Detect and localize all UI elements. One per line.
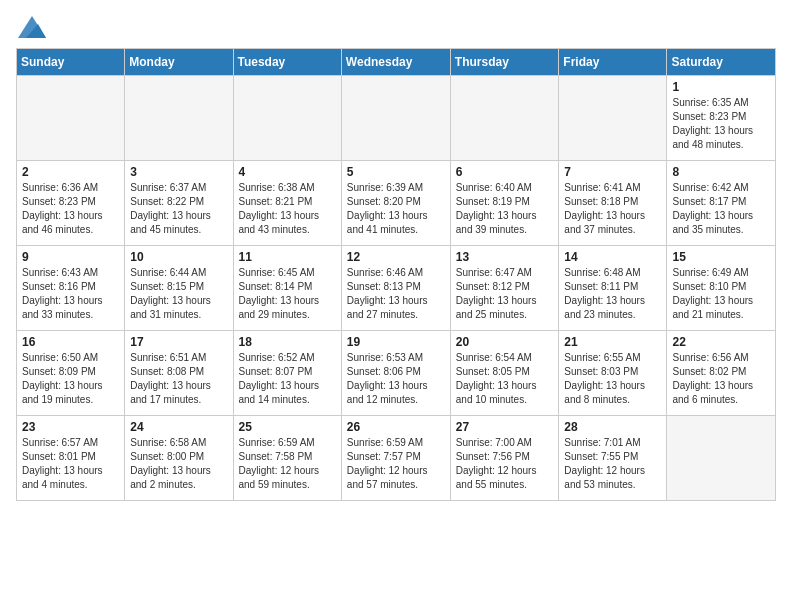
calendar-cell: 16Sunrise: 6:50 AM Sunset: 8:09 PM Dayli… [17,331,125,416]
calendar-cell [341,76,450,161]
column-headers: SundayMondayTuesdayWednesdayThursdayFrid… [17,49,776,76]
calendar-cell: 12Sunrise: 6:46 AM Sunset: 8:13 PM Dayli… [341,246,450,331]
week-row-4: 16Sunrise: 6:50 AM Sunset: 8:09 PM Dayli… [17,331,776,416]
day-number: 23 [22,420,119,434]
calendar-cell: 20Sunrise: 6:54 AM Sunset: 8:05 PM Dayli… [450,331,559,416]
day-number: 28 [564,420,661,434]
day-info: Sunrise: 6:44 AM Sunset: 8:15 PM Dayligh… [130,266,227,322]
day-number: 6 [456,165,554,179]
day-number: 9 [22,250,119,264]
day-number: 27 [456,420,554,434]
calendar-cell: 27Sunrise: 7:00 AM Sunset: 7:56 PM Dayli… [450,416,559,501]
day-number: 21 [564,335,661,349]
calendar-cell: 23Sunrise: 6:57 AM Sunset: 8:01 PM Dayli… [17,416,125,501]
day-info: Sunrise: 7:00 AM Sunset: 7:56 PM Dayligh… [456,436,554,492]
day-info: Sunrise: 6:59 AM Sunset: 7:57 PM Dayligh… [347,436,445,492]
day-number: 10 [130,250,227,264]
calendar-cell: 25Sunrise: 6:59 AM Sunset: 7:58 PM Dayli… [233,416,341,501]
calendar-cell: 5Sunrise: 6:39 AM Sunset: 8:20 PM Daylig… [341,161,450,246]
day-number: 18 [239,335,336,349]
day-info: Sunrise: 6:51 AM Sunset: 8:08 PM Dayligh… [130,351,227,407]
day-number: 24 [130,420,227,434]
page-header [16,16,776,38]
logo [16,16,46,38]
week-row-5: 23Sunrise: 6:57 AM Sunset: 8:01 PM Dayli… [17,416,776,501]
day-info: Sunrise: 6:39 AM Sunset: 8:20 PM Dayligh… [347,181,445,237]
calendar-cell [559,76,667,161]
day-number: 7 [564,165,661,179]
calendar-cell: 1Sunrise: 6:35 AM Sunset: 8:23 PM Daylig… [667,76,776,161]
calendar-cell: 15Sunrise: 6:49 AM Sunset: 8:10 PM Dayli… [667,246,776,331]
day-info: Sunrise: 6:45 AM Sunset: 8:14 PM Dayligh… [239,266,336,322]
calendar-cell: 19Sunrise: 6:53 AM Sunset: 8:06 PM Dayli… [341,331,450,416]
calendar-cell [667,416,776,501]
day-number: 8 [672,165,770,179]
day-number: 2 [22,165,119,179]
day-number: 12 [347,250,445,264]
week-row-1: 1Sunrise: 6:35 AM Sunset: 8:23 PM Daylig… [17,76,776,161]
day-number: 14 [564,250,661,264]
calendar-cell: 9Sunrise: 6:43 AM Sunset: 8:16 PM Daylig… [17,246,125,331]
calendar-cell: 7Sunrise: 6:41 AM Sunset: 8:18 PM Daylig… [559,161,667,246]
column-header-friday: Friday [559,49,667,76]
calendar-cell [17,76,125,161]
day-info: Sunrise: 6:42 AM Sunset: 8:17 PM Dayligh… [672,181,770,237]
week-row-2: 2Sunrise: 6:36 AM Sunset: 8:23 PM Daylig… [17,161,776,246]
calendar-cell [233,76,341,161]
day-info: Sunrise: 6:59 AM Sunset: 7:58 PM Dayligh… [239,436,336,492]
calendar-cell: 10Sunrise: 6:44 AM Sunset: 8:15 PM Dayli… [125,246,233,331]
day-info: Sunrise: 6:46 AM Sunset: 8:13 PM Dayligh… [347,266,445,322]
day-info: Sunrise: 6:48 AM Sunset: 8:11 PM Dayligh… [564,266,661,322]
calendar-cell: 28Sunrise: 7:01 AM Sunset: 7:55 PM Dayli… [559,416,667,501]
day-number: 20 [456,335,554,349]
calendar-cell: 17Sunrise: 6:51 AM Sunset: 8:08 PM Dayli… [125,331,233,416]
column-header-monday: Monday [125,49,233,76]
calendar-cell: 26Sunrise: 6:59 AM Sunset: 7:57 PM Dayli… [341,416,450,501]
calendar-cell: 8Sunrise: 6:42 AM Sunset: 8:17 PM Daylig… [667,161,776,246]
day-number: 5 [347,165,445,179]
day-info: Sunrise: 6:58 AM Sunset: 8:00 PM Dayligh… [130,436,227,492]
logo-icon [18,16,46,38]
day-info: Sunrise: 6:36 AM Sunset: 8:23 PM Dayligh… [22,181,119,237]
column-header-tuesday: Tuesday [233,49,341,76]
day-info: Sunrise: 6:56 AM Sunset: 8:02 PM Dayligh… [672,351,770,407]
day-info: Sunrise: 6:40 AM Sunset: 8:19 PM Dayligh… [456,181,554,237]
day-number: 22 [672,335,770,349]
day-number: 19 [347,335,445,349]
day-info: Sunrise: 6:57 AM Sunset: 8:01 PM Dayligh… [22,436,119,492]
column-header-sunday: Sunday [17,49,125,76]
day-info: Sunrise: 6:54 AM Sunset: 8:05 PM Dayligh… [456,351,554,407]
day-info: Sunrise: 7:01 AM Sunset: 7:55 PM Dayligh… [564,436,661,492]
calendar-cell [450,76,559,161]
day-number: 16 [22,335,119,349]
day-number: 25 [239,420,336,434]
day-info: Sunrise: 6:47 AM Sunset: 8:12 PM Dayligh… [456,266,554,322]
day-info: Sunrise: 6:37 AM Sunset: 8:22 PM Dayligh… [130,181,227,237]
calendar-cell: 3Sunrise: 6:37 AM Sunset: 8:22 PM Daylig… [125,161,233,246]
calendar-cell: 22Sunrise: 6:56 AM Sunset: 8:02 PM Dayli… [667,331,776,416]
calendar-cell: 2Sunrise: 6:36 AM Sunset: 8:23 PM Daylig… [17,161,125,246]
day-info: Sunrise: 6:55 AM Sunset: 8:03 PM Dayligh… [564,351,661,407]
day-info: Sunrise: 6:43 AM Sunset: 8:16 PM Dayligh… [22,266,119,322]
day-number: 1 [672,80,770,94]
column-header-wednesday: Wednesday [341,49,450,76]
day-info: Sunrise: 6:53 AM Sunset: 8:06 PM Dayligh… [347,351,445,407]
day-info: Sunrise: 6:50 AM Sunset: 8:09 PM Dayligh… [22,351,119,407]
calendar-cell: 4Sunrise: 6:38 AM Sunset: 8:21 PM Daylig… [233,161,341,246]
day-number: 3 [130,165,227,179]
day-info: Sunrise: 6:49 AM Sunset: 8:10 PM Dayligh… [672,266,770,322]
week-row-3: 9Sunrise: 6:43 AM Sunset: 8:16 PM Daylig… [17,246,776,331]
calendar-cell: 6Sunrise: 6:40 AM Sunset: 8:19 PM Daylig… [450,161,559,246]
column-header-saturday: Saturday [667,49,776,76]
day-number: 17 [130,335,227,349]
day-number: 11 [239,250,336,264]
day-number: 15 [672,250,770,264]
calendar-cell: 14Sunrise: 6:48 AM Sunset: 8:11 PM Dayli… [559,246,667,331]
day-number: 4 [239,165,336,179]
calendar-cell: 21Sunrise: 6:55 AM Sunset: 8:03 PM Dayli… [559,331,667,416]
calendar-cell: 13Sunrise: 6:47 AM Sunset: 8:12 PM Dayli… [450,246,559,331]
day-info: Sunrise: 6:41 AM Sunset: 8:18 PM Dayligh… [564,181,661,237]
calendar-cell [125,76,233,161]
calendar-table: SundayMondayTuesdayWednesdayThursdayFrid… [16,48,776,501]
calendar-cell: 24Sunrise: 6:58 AM Sunset: 8:00 PM Dayli… [125,416,233,501]
